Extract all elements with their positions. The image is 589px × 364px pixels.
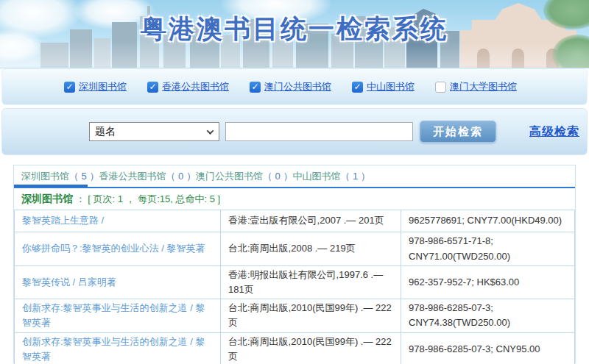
book-title-link[interactable]: 创新求存:黎智英事业与生活的创新之道 / 黎智英著 xyxy=(15,332,221,364)
library-filter-label[interactable]: 澳门公共图书馆 xyxy=(264,80,331,93)
table-row: 创新求存:黎智英事业与生活的创新之道 / 黎智英著 台北:商周出版,2010(民… xyxy=(15,332,575,364)
chevron-down-icon xyxy=(207,127,214,135)
search-bar: 题名 开始检索 高级检索 xyxy=(1,108,588,155)
results-tab-shenzhen[interactable]: 深圳图书馆 （ 5 ） xyxy=(21,165,99,187)
book-isbn-price: 978-986-6285-07-3; CNY95.00 xyxy=(401,332,575,364)
table-row: 你够拼命吗？:黎智英的创业心法 / 黎智英著 台北:商周出版,2008 .— 2… xyxy=(15,232,575,266)
library-filter-label[interactable]: 深圳图书馆 xyxy=(79,80,127,93)
tab-label: 中山图书馆 xyxy=(292,170,340,183)
table-row: 黎智英传说 / 吕家明著 香港:明报出版社有限公司,1997.6 .— 181页… xyxy=(15,266,575,299)
book-title-link[interactable]: 黎智英传说 / 吕家明著 xyxy=(15,266,221,299)
library-filter-label[interactable]: 澳门大学图书馆 xyxy=(450,80,517,93)
library-filter-label[interactable]: 香港公共图书馆 xyxy=(162,80,229,93)
checkbox-checked-icon[interactable] xyxy=(250,82,261,93)
checkbox-unchecked-icon[interactable] xyxy=(435,82,446,93)
book-isbn-price: 962-357-952-7; HK$63.00 xyxy=(401,266,575,299)
book-publication: 台北:商周出版,2010(民国99年) .— 222页 xyxy=(221,332,401,364)
results-panel: 深圳图书馆 （ 5 ） 香港公共图书馆 （ 0 ） 澳门公共图书馆 （ 0 ） … xyxy=(13,165,576,363)
site-title: 粤港澳书目统一检索系统 xyxy=(0,12,589,46)
tab-count-badge: （ 1 ） xyxy=(340,170,370,183)
library-filter-label[interactable]: 中山图书馆 xyxy=(367,80,415,93)
book-publication: 台北:商周出版,2008 .— 219页 xyxy=(221,232,401,266)
results-tab-row: 深圳图书馆 （ 5 ） 香港公共图书馆 （ 0 ） 澳门公共图书馆 （ 0 ） … xyxy=(14,165,575,188)
book-publication: 香港:明报出版社有限公司,1997.6 .— 181页 xyxy=(221,266,401,299)
tab-label: 香港公共图书馆 xyxy=(99,170,166,183)
checkbox-checked-icon[interactable] xyxy=(147,82,158,93)
results-tab-zhongshan[interactable]: 中山图书馆 （ 1 ） xyxy=(292,165,370,187)
tab-count-badge: （ 0 ） xyxy=(166,170,195,183)
search-query-input[interactable] xyxy=(225,122,413,141)
results-tab-macau[interactable]: 澳门公共图书馆 （ 0 ） xyxy=(196,165,292,187)
checkbox-checked-icon[interactable] xyxy=(64,82,75,93)
tab-label: 澳门公共图书馆 xyxy=(196,170,263,183)
start-search-button[interactable]: 开始检索 xyxy=(420,121,496,143)
results-table: 黎智英踏上生意路 / 香港:壹出版有限公司,2007 .— 201页 96257… xyxy=(14,210,575,364)
book-publication: 香港:壹出版有限公司,2007 .— 201页 xyxy=(221,210,401,232)
book-publication: 台北:商周出版,2010(民国99年) .— 222页 xyxy=(221,299,401,332)
tab-count-badge: （ 0 ） xyxy=(263,170,292,183)
summary-library-name: 深圳图书馆 xyxy=(21,193,73,204)
library-filter-zhongshan[interactable]: 中山图书馆 xyxy=(352,80,415,93)
results-tab-hongkong[interactable]: 香港公共图书馆 （ 0 ） xyxy=(99,165,195,187)
tab-count-badge: （ 5 ） xyxy=(69,170,99,183)
book-isbn-price: 978-986-6571-71-8; CNY71.00(TWD250.00) xyxy=(401,232,575,266)
search-field-selected-value: 题名 xyxy=(95,125,116,138)
table-row: 黎智英踏上生意路 / 香港:壹出版有限公司,2007 .— 201页 96257… xyxy=(15,210,575,232)
book-isbn-price: 978-986-6285-07-3; CNY74.38(TWD250.00) xyxy=(401,299,575,332)
book-title-link[interactable]: 创新求存:黎智英事业与生活的创新之道 / 黎智英著 xyxy=(15,299,221,332)
library-filter-bar: 深圳图书馆 香港公共图书馆 澳门公共图书馆 中山图书馆 澳门大学图书馆 xyxy=(1,68,588,105)
site-banner: 粤港澳书目统一检索系统 xyxy=(0,0,589,68)
book-title-link[interactable]: 黎智英踏上生意路 / xyxy=(15,210,221,232)
results-summary: 深圳图书馆 ： [ 页次: 1 ， 每页:15, 总命中: 5 ] xyxy=(14,188,575,210)
advanced-search-link[interactable]: 高级检索 xyxy=(529,124,579,140)
library-filter-macau-university[interactable]: 澳门大学图书馆 xyxy=(435,80,517,93)
library-filter-macau[interactable]: 澳门公共图书馆 xyxy=(250,80,331,93)
library-filter-shenzhen[interactable]: 深圳图书馆 xyxy=(64,80,127,93)
summary-pagination-info: ： [ 页次: 1 ， 每页:15, 总命中: 5 ] xyxy=(76,193,221,204)
search-field-select[interactable]: 题名 xyxy=(89,122,219,141)
library-filter-hongkong[interactable]: 香港公共图书馆 xyxy=(147,80,229,93)
book-title-link[interactable]: 你够拼命吗？:黎智英的创业心法 / 黎智英著 xyxy=(15,232,221,266)
tab-label: 深圳图书馆 xyxy=(21,170,69,183)
table-row: 创新求存:黎智英事业与生活的创新之道 / 黎智英著 台北:商周出版,2010(民… xyxy=(15,299,575,332)
checkbox-checked-icon[interactable] xyxy=(352,82,363,93)
book-isbn-price: 9625778691; CNY77.00(HKD49.00) xyxy=(401,210,575,232)
